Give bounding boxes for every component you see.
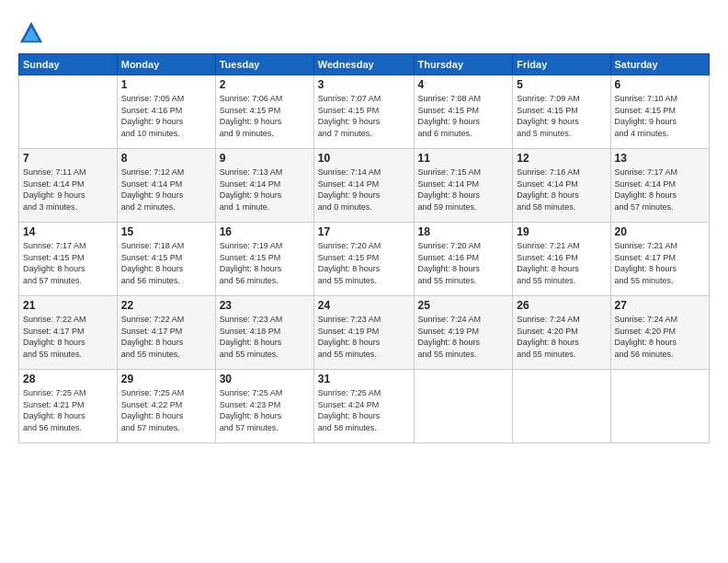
calendar-cell: 25Sunrise: 7:24 AM Sunset: 4:19 PM Dayli… <box>414 296 513 370</box>
logo <box>18 20 48 46</box>
day-info: Sunrise: 7:20 AM Sunset: 4:15 PM Dayligh… <box>318 240 410 286</box>
calendar-cell: 6Sunrise: 7:10 AM Sunset: 4:15 PM Daylig… <box>610 75 709 149</box>
calendar-cell: 29Sunrise: 7:25 AM Sunset: 4:22 PM Dayli… <box>117 370 215 443</box>
day-info: Sunrise: 7:25 AM Sunset: 4:23 PM Dayligh… <box>220 387 310 433</box>
day-number: 30 <box>220 373 310 385</box>
day-number: 5 <box>517 78 606 91</box>
day-number: 26 <box>517 299 606 312</box>
calendar-cell: 26Sunrise: 7:24 AM Sunset: 4:20 PM Dayli… <box>513 296 610 370</box>
day-number: 31 <box>318 373 410 385</box>
calendar-cell: 4Sunrise: 7:08 AM Sunset: 4:15 PM Daylig… <box>414 75 513 149</box>
day-number: 19 <box>517 225 606 238</box>
calendar-cell: 9Sunrise: 7:13 AM Sunset: 4:14 PM Daylig… <box>215 149 313 223</box>
calendar-cell: 20Sunrise: 7:21 AM Sunset: 4:17 PM Dayli… <box>610 223 709 296</box>
day-number: 1 <box>121 78 211 91</box>
day-info: Sunrise: 7:21 AM Sunset: 4:17 PM Dayligh… <box>615 240 705 286</box>
day-info: Sunrise: 7:24 AM Sunset: 4:20 PM Dayligh… <box>517 314 606 360</box>
day-info: Sunrise: 7:25 AM Sunset: 4:22 PM Dayligh… <box>121 387 211 433</box>
weekday-header: Monday <box>117 54 215 75</box>
day-number: 18 <box>418 225 509 238</box>
calendar-week-row: 28Sunrise: 7:25 AM Sunset: 4:21 PM Dayli… <box>19 370 710 443</box>
calendar-cell <box>610 370 709 443</box>
day-number: 23 <box>220 299 310 312</box>
calendar-cell: 11Sunrise: 7:15 AM Sunset: 4:14 PM Dayli… <box>414 149 513 223</box>
calendar-cell: 12Sunrise: 7:16 AM Sunset: 4:14 PM Dayli… <box>513 149 610 223</box>
calendar-cell: 27Sunrise: 7:24 AM Sunset: 4:20 PM Dayli… <box>610 296 709 370</box>
day-info: Sunrise: 7:23 AM Sunset: 4:19 PM Dayligh… <box>318 314 410 360</box>
day-info: Sunrise: 7:21 AM Sunset: 4:16 PM Dayligh… <box>517 240 606 286</box>
day-number: 12 <box>517 152 606 165</box>
day-info: Sunrise: 7:25 AM Sunset: 4:21 PM Dayligh… <box>23 387 113 433</box>
calendar-cell: 17Sunrise: 7:20 AM Sunset: 4:15 PM Dayli… <box>313 223 414 296</box>
day-info: Sunrise: 7:17 AM Sunset: 4:14 PM Dayligh… <box>615 167 705 213</box>
day-info: Sunrise: 7:23 AM Sunset: 4:18 PM Dayligh… <box>220 314 310 360</box>
calendar-cell: 15Sunrise: 7:18 AM Sunset: 4:15 PM Dayli… <box>117 223 215 296</box>
calendar-header: SundayMondayTuesdayWednesdayThursdayFrid… <box>19 54 710 75</box>
day-info: Sunrise: 7:24 AM Sunset: 4:19 PM Dayligh… <box>418 314 509 360</box>
calendar-body: 1Sunrise: 7:05 AM Sunset: 4:16 PM Daylig… <box>19 75 710 443</box>
weekday-header: Friday <box>513 54 610 75</box>
day-number: 17 <box>318 225 410 238</box>
weekday-header: Sunday <box>19 54 118 75</box>
day-info: Sunrise: 7:17 AM Sunset: 4:15 PM Dayligh… <box>23 240 113 286</box>
weekday-row: SundayMondayTuesdayWednesdayThursdayFrid… <box>19 54 710 75</box>
day-info: Sunrise: 7:08 AM Sunset: 4:15 PM Dayligh… <box>418 93 509 139</box>
day-number: 25 <box>418 299 509 312</box>
calendar-week-row: 7Sunrise: 7:11 AM Sunset: 4:14 PM Daylig… <box>19 149 710 223</box>
day-info: Sunrise: 7:09 AM Sunset: 4:15 PM Dayligh… <box>517 93 606 139</box>
day-number: 13 <box>615 152 705 165</box>
day-number: 10 <box>318 152 410 165</box>
header <box>18 17 710 46</box>
calendar-cell: 19Sunrise: 7:21 AM Sunset: 4:16 PM Dayli… <box>513 223 610 296</box>
day-number: 3 <box>318 78 410 91</box>
calendar-cell <box>513 370 610 443</box>
day-info: Sunrise: 7:06 AM Sunset: 4:15 PM Dayligh… <box>220 93 310 139</box>
day-info: Sunrise: 7:19 AM Sunset: 4:15 PM Dayligh… <box>220 240 310 286</box>
day-info: Sunrise: 7:13 AM Sunset: 4:14 PM Dayligh… <box>220 167 310 213</box>
day-info: Sunrise: 7:07 AM Sunset: 4:15 PM Dayligh… <box>318 93 410 139</box>
day-info: Sunrise: 7:20 AM Sunset: 4:16 PM Dayligh… <box>418 240 509 286</box>
day-number: 7 <box>23 152 113 165</box>
day-number: 8 <box>121 152 211 165</box>
calendar-cell: 24Sunrise: 7:23 AM Sunset: 4:19 PM Dayli… <box>313 296 414 370</box>
weekday-header: Tuesday <box>215 54 313 75</box>
day-info: Sunrise: 7:12 AM Sunset: 4:14 PM Dayligh… <box>121 167 211 213</box>
calendar-cell: 8Sunrise: 7:12 AM Sunset: 4:14 PM Daylig… <box>117 149 215 223</box>
day-info: Sunrise: 7:24 AM Sunset: 4:20 PM Dayligh… <box>615 314 705 360</box>
day-number: 2 <box>220 78 310 91</box>
calendar-cell: 16Sunrise: 7:19 AM Sunset: 4:15 PM Dayli… <box>215 223 313 296</box>
calendar-cell: 1Sunrise: 7:05 AM Sunset: 4:16 PM Daylig… <box>117 75 215 149</box>
calendar-cell: 2Sunrise: 7:06 AM Sunset: 4:15 PM Daylig… <box>215 75 313 149</box>
calendar-cell: 3Sunrise: 7:07 AM Sunset: 4:15 PM Daylig… <box>313 75 414 149</box>
day-info: Sunrise: 7:11 AM Sunset: 4:14 PM Dayligh… <box>23 167 113 213</box>
calendar-cell: 22Sunrise: 7:22 AM Sunset: 4:17 PM Dayli… <box>117 296 215 370</box>
day-info: Sunrise: 7:16 AM Sunset: 4:14 PM Dayligh… <box>517 167 606 213</box>
calendar-week-row: 1Sunrise: 7:05 AM Sunset: 4:16 PM Daylig… <box>19 75 710 149</box>
calendar-table: SundayMondayTuesdayWednesdayThursdayFrid… <box>18 53 710 443</box>
calendar-cell: 30Sunrise: 7:25 AM Sunset: 4:23 PM Dayli… <box>215 370 313 443</box>
weekday-header: Thursday <box>414 54 513 75</box>
day-number: 27 <box>615 299 705 312</box>
day-info: Sunrise: 7:18 AM Sunset: 4:15 PM Dayligh… <box>121 240 211 286</box>
calendar-cell <box>19 75 118 149</box>
calendar-cell: 23Sunrise: 7:23 AM Sunset: 4:18 PM Dayli… <box>215 296 313 370</box>
day-number: 11 <box>418 152 509 165</box>
day-info: Sunrise: 7:15 AM Sunset: 4:14 PM Dayligh… <box>418 167 509 213</box>
day-number: 21 <box>23 299 113 312</box>
calendar-cell <box>414 370 513 443</box>
day-number: 16 <box>220 225 310 238</box>
day-info: Sunrise: 7:14 AM Sunset: 4:14 PM Dayligh… <box>318 167 410 213</box>
calendar-cell: 10Sunrise: 7:14 AM Sunset: 4:14 PM Dayli… <box>313 149 414 223</box>
day-number: 4 <box>418 78 509 91</box>
page: SundayMondayTuesdayWednesdayThursdayFrid… <box>0 0 728 563</box>
day-number: 28 <box>23 373 113 385</box>
day-info: Sunrise: 7:22 AM Sunset: 4:17 PM Dayligh… <box>121 314 211 360</box>
day-number: 22 <box>121 299 211 312</box>
day-number: 9 <box>220 152 310 165</box>
day-number: 29 <box>121 373 211 385</box>
calendar-cell: 21Sunrise: 7:22 AM Sunset: 4:17 PM Dayli… <box>19 296 118 370</box>
weekday-header: Wednesday <box>313 54 414 75</box>
day-number: 14 <box>23 225 113 238</box>
day-info: Sunrise: 7:22 AM Sunset: 4:17 PM Dayligh… <box>23 314 113 360</box>
calendar-week-row: 14Sunrise: 7:17 AM Sunset: 4:15 PM Dayli… <box>19 223 710 296</box>
